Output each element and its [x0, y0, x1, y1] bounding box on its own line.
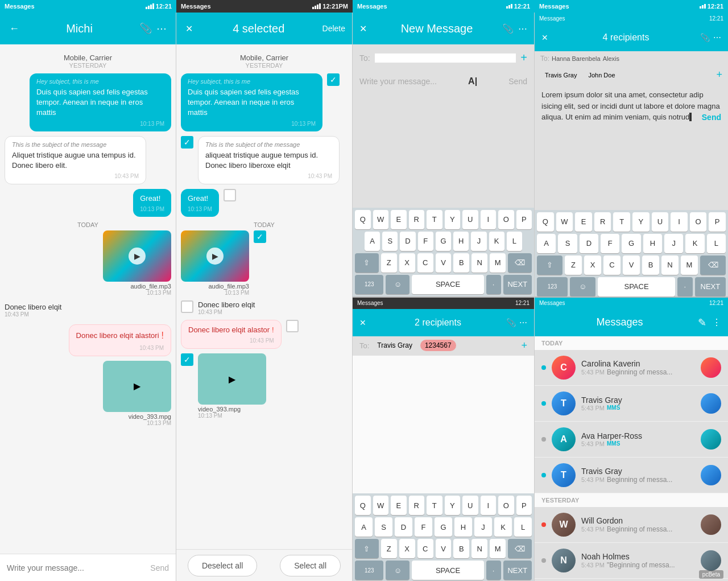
- send-label-new[interactable]: Send: [508, 77, 527, 86]
- list-item[interactable]: W Will Gordon 5:43 PM Beginning of messa…: [535, 507, 728, 543]
- checkbox-6[interactable]: [286, 320, 299, 332]
- key-emoji[interactable]: ☺: [386, 275, 410, 294]
- key-2r-bs[interactable]: ⌫: [508, 539, 532, 558]
- key-I[interactable]: I: [481, 210, 497, 229]
- checkbox-5[interactable]: [181, 300, 193, 313]
- key-2r-G[interactable]: G: [435, 517, 452, 537]
- key-2r-space[interactable]: SPACE: [412, 561, 483, 580]
- key-G[interactable]: G: [436, 232, 451, 251]
- key-J[interactable]: J: [471, 232, 486, 251]
- close-new-message[interactable]: ✕: [359, 23, 367, 34]
- key-4r-dot[interactable]: ·: [677, 277, 693, 296]
- deselect-all-button[interactable]: Deselect all: [188, 555, 257, 576]
- key-2r-E[interactable]: E: [391, 496, 407, 515]
- more-4r[interactable]: ⋯: [713, 33, 721, 42]
- key-2r-emoji[interactable]: ☺: [386, 561, 410, 580]
- key-4r-space[interactable]: SPACE: [598, 277, 675, 296]
- key-2r-Q[interactable]: Q: [355, 496, 371, 515]
- key-S[interactable]: S: [382, 232, 398, 251]
- menu-icon-list[interactable]: ⋮: [712, 317, 721, 328]
- key-4r-123[interactable]: 123: [537, 277, 568, 296]
- key-F[interactable]: F: [418, 232, 433, 251]
- clip-2r[interactable]: 📎: [506, 318, 516, 327]
- key-E[interactable]: E: [391, 210, 407, 229]
- key-4r-O[interactable]: O: [690, 212, 707, 232]
- key-4r-T[interactable]: T: [613, 212, 630, 232]
- play-button-2[interactable]: ▶: [206, 248, 224, 265]
- key-4r-P[interactable]: P: [709, 212, 726, 232]
- key-dot[interactable]: ·: [486, 275, 501, 294]
- key-4r-M[interactable]: M: [681, 256, 698, 275]
- checkbox-3[interactable]: [224, 189, 236, 201]
- key-next[interactable]: NEXT: [503, 275, 532, 294]
- key-4r-next[interactable]: NEXT: [695, 277, 726, 296]
- key-H[interactable]: H: [453, 232, 469, 251]
- key-2r-F[interactable]: F: [415, 517, 432, 537]
- close-button-selection[interactable]: ✕: [183, 21, 195, 36]
- key-2r-P[interactable]: P: [516, 496, 532, 515]
- key-2r-J[interactable]: J: [474, 517, 492, 537]
- more-icon-3[interactable]: ⋯: [518, 23, 527, 34]
- message-input[interactable]: [7, 563, 146, 572]
- delete-button[interactable]: Delete: [322, 24, 345, 33]
- key-D[interactable]: D: [400, 232, 415, 251]
- key-M[interactable]: M: [490, 253, 506, 273]
- send-4r[interactable]: Send: [702, 112, 721, 123]
- key-Q[interactable]: Q: [355, 210, 371, 229]
- key-A[interactable]: A: [365, 232, 380, 251]
- more-icon[interactable]: ⋯: [154, 20, 169, 37]
- compose-area-new[interactable]: Write your message... A| Send: [353, 72, 534, 208]
- list-item[interactable]: T Travis Gray 5:43 PM MMS: [535, 386, 728, 422]
- list-item[interactable]: T Travis Gray 5:43 PM Beginning of messa…: [535, 458, 728, 493]
- key-2r-Z[interactable]: Z: [381, 539, 397, 558]
- video-play-2[interactable]: ▶: [229, 374, 235, 385]
- key-2r-O[interactable]: O: [498, 496, 514, 515]
- key-4r-H[interactable]: H: [643, 234, 662, 253]
- key-O[interactable]: O: [498, 210, 514, 229]
- send-button[interactable]: Send: [150, 563, 169, 572]
- compose-text-4r[interactable]: Lorem ipsum dolor sit una amet, consecte…: [535, 84, 728, 210]
- video-play-button[interactable]: ▶: [134, 381, 140, 392]
- key-R[interactable]: R: [409, 210, 425, 229]
- clip-icon[interactable]: 📎: [137, 20, 154, 37]
- key-L[interactable]: L: [507, 232, 522, 251]
- key-4r-bs[interactable]: ⌫: [700, 256, 726, 275]
- key-4r-E[interactable]: E: [575, 212, 592, 232]
- key-2r-N[interactable]: N: [471, 539, 487, 558]
- key-2r-next[interactable]: NEXT: [503, 561, 532, 580]
- clip-icon-3[interactable]: 📎: [502, 23, 514, 34]
- key-2r-X[interactable]: X: [399, 539, 415, 558]
- key-shift[interactable]: ⇧: [355, 253, 379, 273]
- key-2r-V[interactable]: V: [436, 539, 452, 558]
- key-2r-H[interactable]: H: [454, 517, 472, 537]
- checkbox-2[interactable]: ✓: [181, 136, 193, 149]
- edit-icon-list[interactable]: ✎: [698, 316, 706, 329]
- key-4r-V[interactable]: V: [623, 256, 640, 275]
- key-Z[interactable]: Z: [381, 253, 397, 273]
- recipient-input-new[interactable]: [375, 53, 516, 63]
- key-4r-A[interactable]: A: [537, 234, 556, 253]
- key-4r-D[interactable]: D: [580, 234, 598, 253]
- key-2r-123[interactable]: 123: [355, 561, 383, 580]
- key-2r-D[interactable]: D: [395, 517, 412, 537]
- key-2r-C[interactable]: C: [417, 539, 433, 558]
- key-2r-S[interactable]: S: [375, 517, 392, 537]
- back-button[interactable]: ←: [7, 20, 22, 37]
- key-4r-R[interactable]: R: [594, 212, 611, 232]
- key-4r-B[interactable]: B: [642, 256, 659, 275]
- key-4r-Q[interactable]: Q: [537, 212, 554, 232]
- key-space[interactable]: SPACE: [412, 275, 483, 294]
- more-2r[interactable]: ⋯: [519, 318, 527, 327]
- key-2r-dot[interactable]: ·: [486, 561, 501, 580]
- key-4r-N[interactable]: N: [661, 256, 679, 275]
- key-4r-L[interactable]: L: [707, 234, 726, 253]
- key-4r-U[interactable]: U: [652, 212, 669, 232]
- key-T[interactable]: T: [427, 210, 442, 229]
- key-4r-C[interactable]: C: [603, 256, 621, 275]
- add-recipient-button[interactable]: +: [520, 51, 527, 64]
- list-item[interactable]: A Ava Harper-Ross 5:43 PM MMS: [535, 422, 728, 458]
- key-4r-Z[interactable]: Z: [565, 256, 582, 275]
- key-backspace[interactable]: ⌫: [508, 253, 532, 273]
- select-all-button[interactable]: Select all: [280, 555, 341, 576]
- key-2r-A[interactable]: A: [355, 517, 373, 537]
